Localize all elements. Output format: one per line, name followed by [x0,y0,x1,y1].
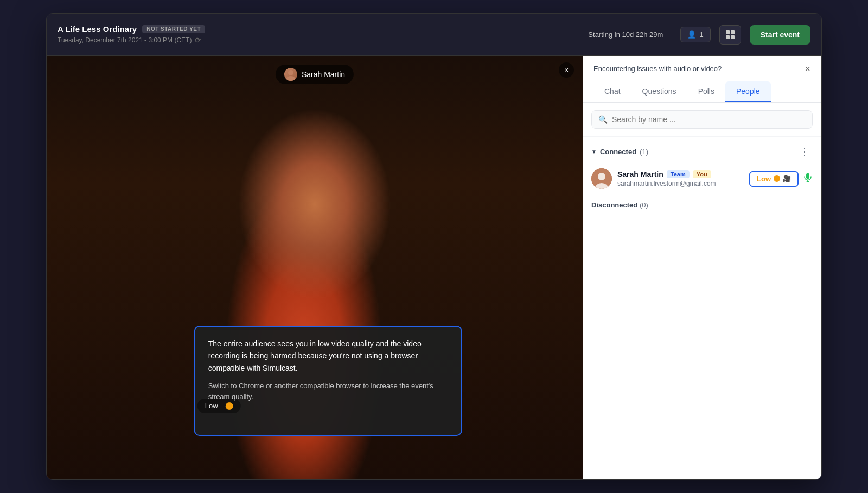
tab-people[interactable]: People [725,81,771,102]
panel-tabs: Chat Questions Polls People [593,81,810,102]
person-name: Sarah Martin [617,170,663,179]
chevron-down-icon: ▼ [591,149,597,155]
speaker-name: Sarah Martin [302,70,345,79]
attendee-count: 👤 1 [680,27,710,42]
mic-green-button[interactable] [803,173,813,185]
svg-point-4 [288,70,293,75]
panel-close-button[interactable]: × [805,64,810,75]
connected-section-title[interactable]: ▼ Connected (1) [591,148,648,156]
svg-point-7 [598,173,605,180]
event-title: A Life Less Ordinary [58,24,137,34]
svg-rect-0 [726,30,730,34]
camera-mini-icon: 🎥 [783,175,791,182]
speaker-close-button[interactable]: × [559,62,574,78]
you-tag: You [693,170,711,178]
person-row: Sarah Martin Team You sarahmartin.livest… [591,164,813,193]
grid-layout-button[interactable] [719,25,741,45]
tab-questions[interactable]: Questions [631,81,687,102]
person-email: sarahmartin.livestorm@gmail.com [617,180,744,187]
person-name-row: Sarah Martin Team You [617,170,744,179]
people-icon: 👤 [687,30,696,39]
tooltip-sub-text: Switch to Chrome or another compatible b… [208,381,448,402]
disconnected-count: (0) [640,201,648,209]
svg-rect-1 [731,30,735,34]
compatible-browser-link[interactable]: another compatible browser [274,382,361,390]
main-content: Sarah Martin × The entire audience sees … [47,56,821,479]
panel-header: Encountering issues with audio or video?… [583,56,821,103]
tab-chat[interactable]: Chat [593,81,631,102]
search-area: 🔍 [583,103,821,137]
event-info: A Life Less Ordinary NOT STARTED YET Tue… [58,24,579,45]
connected-more-button[interactable]: ⋮ [796,144,813,159]
countdown: Starting in 10d 22h 29m [588,30,663,39]
sync-icon[interactable]: ⟳ [195,36,201,45]
chrome-link[interactable]: Chrome [239,382,264,390]
svg-rect-2 [726,35,730,39]
video-feed: Sarah Martin × The entire audience sees … [47,56,583,479]
app-window: A Life Less Ordinary NOT STARTED YET Tue… [46,13,822,480]
start-event-button[interactable]: Start event [750,25,810,45]
svg-rect-3 [731,35,735,39]
speaker-avatar-small [284,68,297,81]
team-tag: Team [667,170,690,178]
avatar [591,168,612,189]
tooltip-popup: The entire audience sees you in low vide… [194,326,462,436]
top-bar: A Life Less Ordinary NOT STARTED YET Tue… [47,14,821,56]
disconnected-section: Disconnected (0) [591,193,813,217]
search-input-wrap: 🔍 [591,110,813,129]
right-panel: Encountering issues with audio or video?… [583,56,821,479]
disconnected-title: Disconnected (0) [591,201,813,209]
status-badge: NOT STARTED YET [142,25,205,33]
event-date: Tuesday, December 7th 2021 - 3:00 PM (CE… [58,36,579,45]
person-actions: Low 🎥 [749,171,813,187]
search-input[interactable] [612,115,806,124]
tooltip-quality-indicator: Low [197,399,241,413]
quality-dot-orange [226,402,233,410]
speaker-label: Sarah Martin [276,65,354,84]
video-area: Sarah Martin × The entire audience sees … [47,56,583,479]
quality-btn-dot [774,175,780,182]
svg-point-5 [286,76,296,81]
quality-button[interactable]: Low 🎥 [749,171,799,187]
connected-section-header: ▼ Connected (1) ⋮ [591,137,813,164]
tooltip-main-text: The entire audience sees you in low vide… [208,338,448,374]
person-info: Sarah Martin Team You sarahmartin.livest… [617,170,744,187]
search-icon: 🔍 [598,115,608,124]
tab-polls[interactable]: Polls [687,81,725,102]
panel-issue-text: Encountering issues with audio or video? [593,65,722,73]
people-section: ▼ Connected (1) ⋮ [583,137,821,479]
connected-count: (1) [640,148,648,156]
